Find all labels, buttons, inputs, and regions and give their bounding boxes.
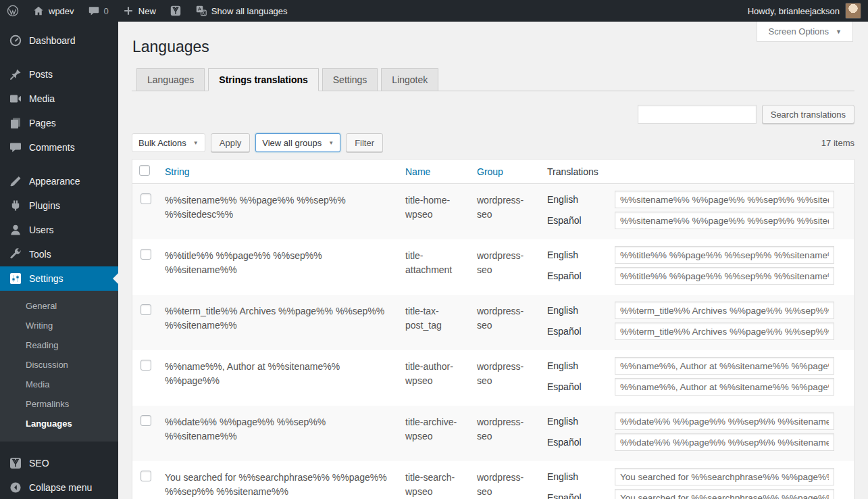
tab-languages[interactable]: Languages <box>136 68 205 91</box>
row-group: wordpress-seo <box>470 350 540 406</box>
sidebar-item-label: Tools <box>29 249 51 260</box>
row-group: wordpress-seo <box>470 461 540 499</box>
user-avatar[interactable] <box>845 3 861 19</box>
translation-input[interactable] <box>615 246 834 264</box>
row-checkbox[interactable] <box>141 415 151 426</box>
media-icon <box>9 92 22 105</box>
main-content: Screen Options ▼ Languages LanguagesStri… <box>118 22 868 499</box>
search-translations-button[interactable]: Search translations <box>762 105 854 124</box>
translation-input[interactable] <box>615 412 834 430</box>
settings-icon <box>9 272 22 285</box>
translation-input[interactable] <box>615 302 834 319</box>
show-all-languages[interactable]: Show all languages <box>188 0 295 22</box>
sort-string-header[interactable]: String <box>165 166 190 177</box>
wordpress-menu[interactable] <box>0 0 26 22</box>
sidebar-item-label: Appearance <box>29 176 80 187</box>
submenu-item-discussion[interactable]: Discussion <box>0 355 118 375</box>
comments-shortcut[interactable]: 0 <box>81 0 116 22</box>
sidebar-item-settings[interactable]: Settings <box>0 266 118 291</box>
site-link[interactable]: wpdev <box>26 0 81 22</box>
group-filter-select[interactable]: View all groups ▼ <box>255 133 340 152</box>
row-checkbox[interactable] <box>141 193 151 204</box>
translation-input[interactable] <box>615 468 834 485</box>
submenu-item-permalinks[interactable]: Permalinks <box>0 394 118 414</box>
apply-button[interactable]: Apply <box>211 133 251 152</box>
translation-language-label: English <box>547 248 615 262</box>
translation-language-label: Español <box>547 269 615 283</box>
search-input[interactable] <box>638 105 757 124</box>
new-menu[interactable]: New <box>116 0 163 22</box>
bulk-actions-label: Bulk Actions <box>138 138 186 148</box>
comments-count: 0 <box>104 6 109 16</box>
submenu-item-languages[interactable]: Languages <box>0 414 118 433</box>
sidebar-item-users[interactable]: Users <box>0 218 118 242</box>
sidebar-item-seo[interactable]: SEO <box>0 451 118 475</box>
row-checkbox[interactable] <box>141 304 151 315</box>
sidebar-item-label: Media <box>29 93 55 104</box>
row-group: wordpress-seo <box>470 184 540 239</box>
sidebar-item-media[interactable]: Media <box>0 87 118 111</box>
submenu-item-general[interactable]: General <box>0 296 118 316</box>
translation-input[interactable] <box>615 212 834 229</box>
submenu-item-reading[interactable]: Reading <box>0 335 118 355</box>
chevron-down-icon: ▼ <box>328 140 334 146</box>
sidebar-item-label: Comments <box>29 142 75 153</box>
screen-options-label: Screen Options <box>768 26 829 37</box>
bulk-actions-select[interactable]: Bulk Actions ▼ <box>132 133 205 152</box>
tab-strings-translations[interactable]: Strings translations <box>208 68 318 91</box>
row-string: %%title%% %%page%% %%sep%% %%sitename%% <box>158 239 399 295</box>
sidebar-item-tools[interactable]: Tools <box>0 242 118 266</box>
appearance-icon <box>9 174 22 188</box>
translations-header: Translations <box>540 166 854 177</box>
row-string: %%name%%, Author at %%sitename%% %%page%… <box>158 350 399 406</box>
menu-separator <box>0 442 118 451</box>
sidebar-menu: DashboardPostsMediaPagesCommentsAppearan… <box>0 28 118 499</box>
translate-icon <box>195 5 207 17</box>
translation-input[interactable] <box>615 433 834 451</box>
select-all-checkbox[interactable] <box>139 165 150 176</box>
submenu-item-writing[interactable]: Writing <box>0 316 118 335</box>
translation-input[interactable] <box>615 267 834 285</box>
row-checkbox[interactable] <box>141 249 151 260</box>
translation-input[interactable] <box>615 489 834 499</box>
table-row: %%sitename%% %%page%% %%sep%% %%sitedesc… <box>132 184 854 239</box>
user-icon <box>9 223 22 237</box>
menu-separator <box>0 53 118 62</box>
row-name: title-attachment <box>399 239 470 295</box>
translation-language-label: Español <box>547 491 615 499</box>
translation-language-label: English <box>547 193 615 207</box>
show-all-languages-label: Show all languages <box>211 6 288 16</box>
row-name: title-tax-post_tag <box>399 295 470 350</box>
row-name: title-archive-wpseo <box>399 406 470 461</box>
sort-name-header[interactable]: Name <box>405 166 430 177</box>
sidebar-item-appearance[interactable]: Appearance <box>0 169 118 193</box>
translation-language-label: Español <box>547 435 615 450</box>
row-string: %%sitename%% %%page%% %%sep%% %%sitedesc… <box>158 184 399 239</box>
translation-input[interactable] <box>615 357 834 375</box>
sidebar-item-dashboard[interactable]: Dashboard <box>0 28 118 53</box>
sort-group-header[interactable]: Group <box>477 166 503 177</box>
translation-input[interactable] <box>615 191 834 208</box>
tab-lingotek[interactable]: Lingotek <box>381 68 438 91</box>
sidebar-item-label: Collapse menu <box>29 482 92 493</box>
translation-input[interactable] <box>615 323 834 340</box>
yoast-adminbar-menu[interactable] <box>163 0 188 22</box>
new-label: New <box>138 6 156 16</box>
sidebar-item-comments[interactable]: Comments <box>0 135 118 160</box>
row-checkbox[interactable] <box>141 360 151 371</box>
home-icon <box>32 5 45 17</box>
row-name: title-search-wpseo <box>399 461 470 499</box>
sidebar-item-pages[interactable]: Pages <box>0 111 118 135</box>
translation-input[interactable] <box>615 378 834 396</box>
submenu-item-media[interactable]: Media <box>0 375 118 394</box>
tab-settings[interactable]: Settings <box>322 68 378 91</box>
row-checkbox[interactable] <box>141 471 151 481</box>
comment-icon <box>9 141 22 154</box>
sidebar-item-collapse-menu[interactable]: Collapse menu <box>0 475 118 499</box>
screen-options-button[interactable]: Screen Options ▼ <box>757 22 853 42</box>
translation-language-label: Español <box>547 380 615 394</box>
sidebar-item-posts[interactable]: Posts <box>0 62 118 87</box>
sidebar-item-plugins[interactable]: Plugins <box>0 193 118 218</box>
howdy-user[interactable]: Howdy, brianleejackson <box>748 6 840 16</box>
filter-button[interactable]: Filter <box>346 133 383 152</box>
